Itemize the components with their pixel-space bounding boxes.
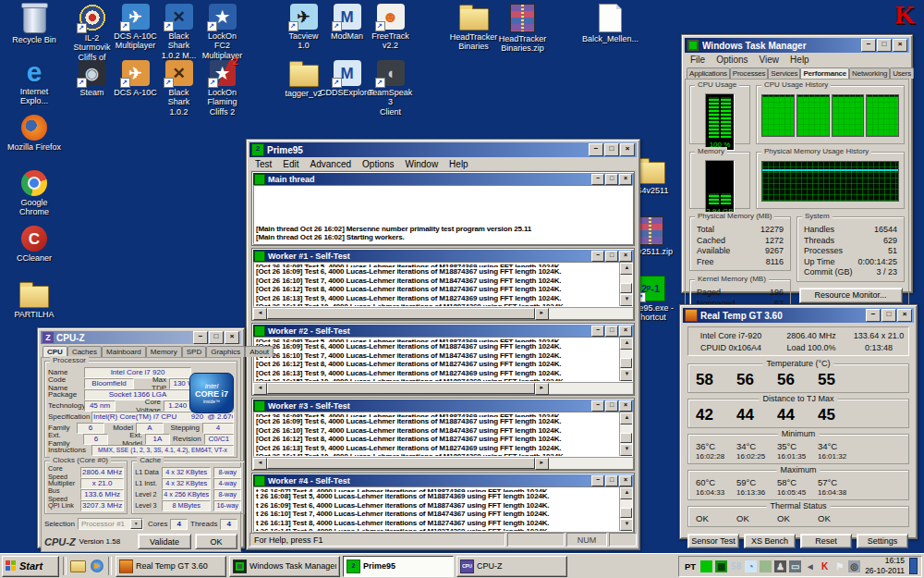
desktop-icon[interactable]: ✕ ↗ Black Shark 1.0.2	[157, 60, 201, 117]
close-button[interactable]: ×	[619, 326, 632, 337]
realtemp-titlebar[interactable]: Real Temp GT 3.60 − □ ×	[683, 308, 914, 323]
scroll-left-icon[interactable]: ◄	[253, 383, 267, 395]
start-button[interactable]: Start	[2, 556, 59, 577]
kaspersky-tray-icon[interactable]: K	[819, 560, 831, 572]
realtemp-button[interactable]: Sensor Test	[687, 534, 739, 548]
desktop-icon[interactable]: ↗ Recycle Bin	[2, 4, 67, 59]
desktop-icon[interactable]: ↗ Mozilla Firefox	[2, 115, 67, 170]
minimize-button[interactable]: −	[591, 326, 604, 337]
minimize-button[interactable]: −	[193, 331, 208, 344]
menu-item[interactable]: Edit	[277, 159, 304, 169]
maximize-button[interactable]: □	[209, 331, 224, 344]
desktop-icon[interactable]: C ↗ CCleaner	[2, 226, 67, 281]
minimize-button[interactable]: −	[591, 475, 604, 486]
desktop-icon[interactable]: ↗ Google Chrome	[2, 170, 67, 226]
user-tray-icon[interactable]: ♟	[774, 560, 786, 572]
scroll-right-icon[interactable]: ►	[535, 383, 549, 395]
desktop-icon[interactable]: ✕ ↗ Black Shark 1.0.2 M...	[157, 4, 201, 60]
scrollbar-thumb[interactable]	[620, 358, 632, 368]
desktop-icon[interactable]: M ↗ CDDSExplorer	[325, 60, 369, 117]
desktop-icon[interactable]: Balck_Mellen...	[582, 4, 638, 43]
scrollbar-thumb[interactable]	[267, 383, 535, 394]
menu-item[interactable]: Options	[357, 159, 399, 169]
desktop-icon[interactable]: ✈ ↗ DCS A-10C	[114, 60, 157, 117]
language-indicator[interactable]: PT	[683, 561, 698, 572]
scroll-right-icon[interactable]: ►	[535, 458, 549, 470]
quick-launch-media-player-icon[interactable]: ▶	[89, 559, 104, 574]
scroll-down-icon[interactable]: ▼	[620, 294, 633, 306]
processor-select[interactable]: Processor #1▼	[78, 518, 143, 530]
scroll-up-icon[interactable]: ▲	[620, 487, 633, 499]
minimize-button[interactable]: −	[861, 39, 876, 52]
scrollbar-thumb[interactable]	[620, 433, 632, 443]
desktop-icon[interactable]: ★ 2 ↗ LockOn Flaming Cliffs 2	[201, 60, 244, 117]
desktop-icon[interactable]: ↗ IL-2 Sturmovik Cliffs of Dover	[70, 4, 114, 60]
taskbar-task-button[interactable]: Windows Task Manager	[229, 556, 340, 577]
minimize-button[interactable]: −	[591, 174, 604, 185]
tab[interactable]: Performance	[800, 68, 849, 79]
maximize-button[interactable]: □	[605, 475, 618, 486]
menu-item[interactable]: Test	[249, 159, 277, 169]
horizontal-scrollbar[interactable]: ◄ ►	[253, 382, 633, 394]
graphics-tray-icon[interactable]	[760, 560, 772, 572]
maximize-button[interactable]: □	[605, 251, 618, 262]
menu-item[interactable]: Advanced	[305, 159, 357, 169]
desktop-icon[interactable]: M ↗ ModMan	[325, 4, 369, 60]
desktop-icon[interactable]: e ↗ Internet Explo...	[2, 59, 67, 115]
taskbar-task-button[interactable]: Real Temp GT 3.60	[116, 556, 226, 577]
horizontal-scrollbar[interactable]: ◄ ►	[253, 307, 633, 319]
display-tray-icon[interactable]: ▭	[789, 560, 801, 572]
volume-tray-icon[interactable]: ◄	[804, 560, 816, 572]
taskbar-clock[interactable]: 16:15 26-10-2011	[863, 556, 906, 575]
main-thread-titlebar[interactable]: Main thread − □ ×	[253, 173, 633, 185]
vertical-scrollbar[interactable]: ▲ ▼	[619, 487, 632, 531]
menu-item[interactable]: View	[754, 55, 785, 65]
scroll-down-icon[interactable]: ▼	[620, 519, 633, 531]
menu-item[interactable]: Help	[784, 55, 815, 65]
menu-item[interactable]: Help	[444, 159, 474, 169]
worker-titlebar[interactable]: Worker #1 - Self-Test − □ ×	[253, 250, 633, 262]
messenger-tray-icon[interactable]: ◔	[745, 560, 757, 572]
cpu-meter-tray-icon[interactable]	[700, 560, 712, 572]
resource-monitor-button[interactable]: Resource Monitor...	[799, 288, 903, 303]
close-button[interactable]: ×	[893, 39, 907, 52]
close-button[interactable]: ×	[620, 143, 635, 156]
vertical-scrollbar[interactable]: ▲ ▼	[619, 412, 632, 456]
minimize-button[interactable]: −	[591, 251, 604, 262]
maximize-button[interactable]: □	[877, 39, 892, 52]
menu-item[interactable]: Options	[711, 55, 753, 65]
tab[interactable]: About	[245, 346, 274, 357]
prime95-titlebar[interactable]: 2 Prime95 − □ ×	[249, 142, 637, 157]
scroll-down-icon[interactable]: ▼	[620, 369, 633, 381]
worker-titlebar[interactable]: Worker #3 - Self-Test − □ ×	[253, 400, 633, 412]
minimize-button[interactable]: −	[866, 309, 881, 322]
minimize-button[interactable]: −	[591, 400, 604, 412]
minimize-button[interactable]: −	[589, 143, 603, 156]
scroll-up-icon[interactable]: ▲	[620, 338, 633, 350]
realtemp-button[interactable]: Reset	[800, 534, 852, 548]
tab[interactable]: Processes	[730, 68, 769, 79]
taskbar-task-button[interactable]: CPU CPU-Z	[456, 556, 567, 577]
menu-item[interactable]: Window	[400, 159, 444, 169]
scroll-up-icon[interactable]: ▲	[620, 263, 633, 275]
network-tray-icon[interactable]: ▦	[715, 560, 727, 572]
scroll-up-icon[interactable]: ▲	[620, 412, 633, 424]
desktop-icon[interactable]: ★ ↗ LockOn FC2 Multiplayer	[201, 4, 244, 60]
scroll-left-icon[interactable]: ◄	[253, 308, 267, 320]
maximize-button[interactable]: □	[605, 400, 618, 412]
show-desktop-icon[interactable]	[909, 558, 918, 574]
tab[interactable]: SPD	[182, 346, 206, 357]
tab[interactable]: Applications	[687, 68, 730, 79]
maximize-button[interactable]: □	[605, 174, 618, 185]
desktop-icon[interactable]: ☻ ↗ FreeTrack v2.2	[369, 4, 412, 60]
realtemp-button[interactable]: Settings	[857, 534, 908, 548]
menu-item[interactable]: File	[685, 55, 711, 65]
tab[interactable]: Users	[890, 68, 914, 79]
realtemp-tray-icon[interactable]: 58	[730, 560, 742, 572]
maximize-button[interactable]: □	[605, 326, 618, 337]
task-manager-titlebar[interactable]: Windows Task Manager − □ ×	[685, 38, 909, 53]
scrollbar-thumb[interactable]	[267, 458, 535, 469]
scrollbar-thumb[interactable]	[267, 308, 535, 319]
quick-launch-explorer-icon[interactable]	[70, 559, 86, 574]
close-button[interactable]: ×	[225, 331, 239, 344]
